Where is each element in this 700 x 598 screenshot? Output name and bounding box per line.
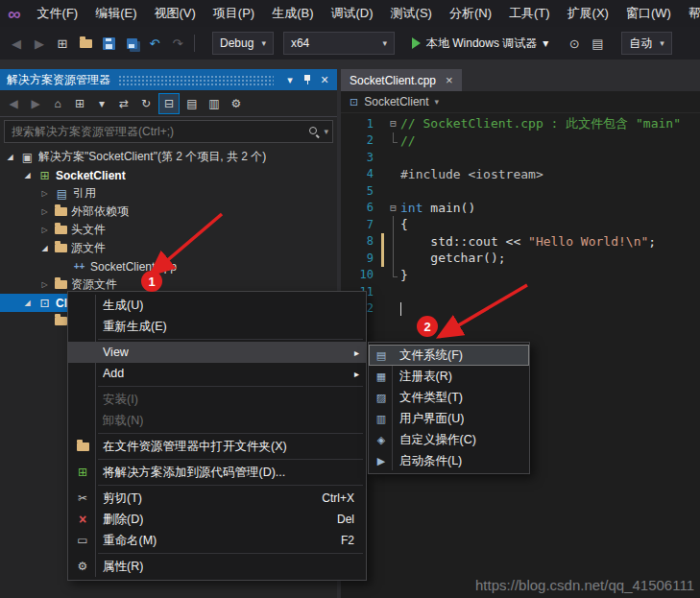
menubar-item[interactable]: 项目(P)	[205, 1, 263, 26]
platform-combo[interactable]: x64 ▾	[283, 32, 395, 55]
menubar-item[interactable]: 文件(F)	[29, 1, 87, 26]
submenu-arrow-icon: ▸	[354, 347, 359, 358]
custom-actions-icon: ◈	[373, 429, 390, 450]
save-all-icon[interactable]	[121, 33, 142, 54]
navigation-bar[interactable]: ⊡ SocketClient ▾	[341, 91, 700, 113]
tree-item[interactable]: ◢源文件	[0, 239, 337, 257]
twisty-icon[interactable]: ▷	[38, 207, 51, 216]
configuration-combo[interactable]: Debug ▾	[212, 32, 274, 55]
menubar-item[interactable]: 调试(D)	[323, 1, 382, 26]
context-menu-item[interactable]: ▭重命名(M)F2	[68, 530, 366, 551]
code-text: #include <iostream>	[400, 167, 543, 181]
tree-item[interactable]: ▷头文件	[0, 221, 337, 239]
submenu-item[interactable]: ▥用户界面(U)	[369, 408, 529, 429]
filter-icon[interactable]: ▾	[92, 94, 111, 113]
undo-icon[interactable]: ↶	[144, 33, 165, 54]
code-text: {	[400, 217, 408, 231]
context-menu-item[interactable]: ×删除(D)Del	[68, 509, 366, 530]
submenu-item[interactable]: ▤文件系统(F)	[369, 345, 529, 366]
context-menu-item[interactable]: Add▸	[68, 363, 366, 384]
context-menu-item[interactable]: View▸	[68, 342, 366, 363]
refresh-icon[interactable]: ↻	[136, 94, 156, 113]
submenu-item[interactable]: ◈自定义操作(C)	[369, 429, 529, 450]
code-line: 6⊟int main()	[341, 200, 700, 217]
tree-item[interactable]: ◢⊞SocketClient	[0, 166, 337, 184]
twisty-icon[interactable]: ◢	[21, 299, 34, 307]
search-icon[interactable]	[307, 125, 321, 138]
tree-item[interactable]: ++SocketClient.cpp	[0, 257, 337, 275]
line-number: 5	[341, 184, 381, 198]
menubar-item[interactable]: 分析(N)	[441, 1, 500, 26]
close-icon[interactable]: ×	[316, 72, 333, 87]
new-file-icon[interactable]: ⊞	[52, 33, 73, 54]
editor-panel: SocketClient.cpp × ⊡ SocketClient ▾ 1⊟//…	[341, 69, 700, 598]
collapse-all-icon[interactable]: ⊟	[158, 93, 180, 114]
solution-explorer-toolbar: ◀▶⌂⊞▾⇄↻⊟▤▥⚙	[0, 90, 337, 117]
fold-margin	[386, 166, 400, 183]
menu-item-label: 用户界面(U)	[399, 411, 464, 427]
search-input[interactable]: 搜索解决方案资源管理器(Ctrl+;) ▾	[4, 120, 333, 143]
text-caret	[400, 302, 401, 316]
fold-toggle-icon[interactable]: ⊟	[386, 200, 400, 217]
window-position-icon[interactable]: ▾	[281, 72, 299, 87]
menubar-item[interactable]: 工具(T)	[500, 1, 559, 26]
tree-item[interactable]: ◢▣解决方案"SocketClient"(第 2 个项目, 共 2 个)	[0, 148, 337, 166]
code-token: <iostream>	[468, 167, 543, 181]
launch-conditions-icon: ▶	[373, 450, 390, 471]
menubar-item[interactable]: 生成(B)	[263, 1, 322, 26]
preview-items-icon[interactable]: ▥	[205, 94, 224, 113]
break-all-icon[interactable]: ⊙	[564, 33, 585, 54]
context-menu-item[interactable]: 在文件资源管理器中打开文件夹(X)	[68, 436, 366, 457]
show-output-icon[interactable]: ▤	[587, 33, 608, 54]
save-icon[interactable]	[98, 33, 119, 54]
context-menu-item[interactable]: 生成(U)	[68, 295, 366, 316]
submenu-item[interactable]: ▦注册表(R)	[369, 366, 529, 387]
menubar-item[interactable]: 编辑(E)	[86, 1, 145, 26]
menubar-item[interactable]: 视图(V)	[146, 1, 205, 26]
context-menu-item[interactable]: 重新生成(E)	[68, 316, 366, 337]
menubar-item[interactable]: 窗口(W)	[617, 1, 680, 26]
code-line: 12	[341, 300, 700, 318]
auto-combo[interactable]: 自动 ▾	[621, 32, 672, 55]
twisty-icon[interactable]: ◢	[38, 244, 51, 252]
start-debugging-button[interactable]: 本地 Windows 调试器 ▾	[408, 36, 552, 52]
open-file-icon[interactable]	[75, 33, 96, 54]
pin-icon[interactable]	[299, 72, 316, 87]
sync-active-document-icon[interactable]: ⇄	[114, 94, 133, 113]
switch-views-icon[interactable]: ⊞	[70, 94, 89, 113]
menubar-item[interactable]: 扩展(X)	[559, 1, 617, 26]
twisty-icon[interactable]: ◢	[4, 153, 16, 161]
nav-back-icon[interactable]: ◀	[6, 33, 27, 54]
back-icon[interactable]: ◀	[4, 94, 23, 113]
tab-close-icon[interactable]: ×	[446, 73, 453, 87]
fold-margin	[386, 250, 400, 267]
submenu-item[interactable]: ▶启动条件(L)	[369, 450, 529, 471]
context-menu-item[interactable]: ✂剪切(T)Ctrl+X	[68, 488, 366, 509]
editor-tabbar: SocketClient.cpp ×	[341, 69, 700, 91]
show-all-files-icon[interactable]: ▤	[182, 94, 202, 113]
menu-item-label: 删除(D)	[103, 512, 143, 528]
nav-forward-icon[interactable]: ▶	[29, 33, 50, 54]
forward-icon[interactable]: ▶	[26, 94, 45, 113]
properties-icon[interactable]: ⚙	[227, 94, 246, 113]
chevron-down-icon[interactable]: ▾	[324, 127, 328, 136]
panel-titlebar[interactable]: 解决方案资源管理器 ▾ ×	[0, 69, 337, 90]
tree-item[interactable]: ▷外部依赖项	[0, 203, 337, 221]
menubar-item[interactable]: 帮助	[680, 1, 700, 26]
twisty-icon[interactable]: ▷	[38, 280, 51, 289]
menu-item-label: 启动条件(L)	[399, 453, 462, 469]
redo-icon[interactable]: ↷	[167, 33, 188, 54]
menubar-item[interactable]: 测试(S)	[382, 1, 441, 26]
tab-socketclient-cpp[interactable]: SocketClient.cpp ×	[341, 69, 462, 91]
context-menu-item[interactable]: ⚙属性(R)	[68, 556, 366, 577]
twisty-icon[interactable]: ◢	[21, 171, 34, 179]
context-menu-item[interactable]: ⊞将解决方案添加到源代码管理(D)...	[68, 462, 366, 483]
tree-item[interactable]: ▷▤引用	[0, 184, 337, 203]
menu-separator	[98, 553, 363, 554]
home-icon[interactable]: ⌂	[48, 94, 67, 113]
tree-item-label: Cl	[56, 297, 67, 310]
submenu-item[interactable]: ▨文件类型(T)	[369, 387, 529, 408]
twisty-icon[interactable]: ▷	[38, 226, 51, 234]
twisty-icon[interactable]: ▷	[38, 189, 51, 198]
fold-toggle-icon[interactable]: ⊟	[386, 115, 400, 132]
